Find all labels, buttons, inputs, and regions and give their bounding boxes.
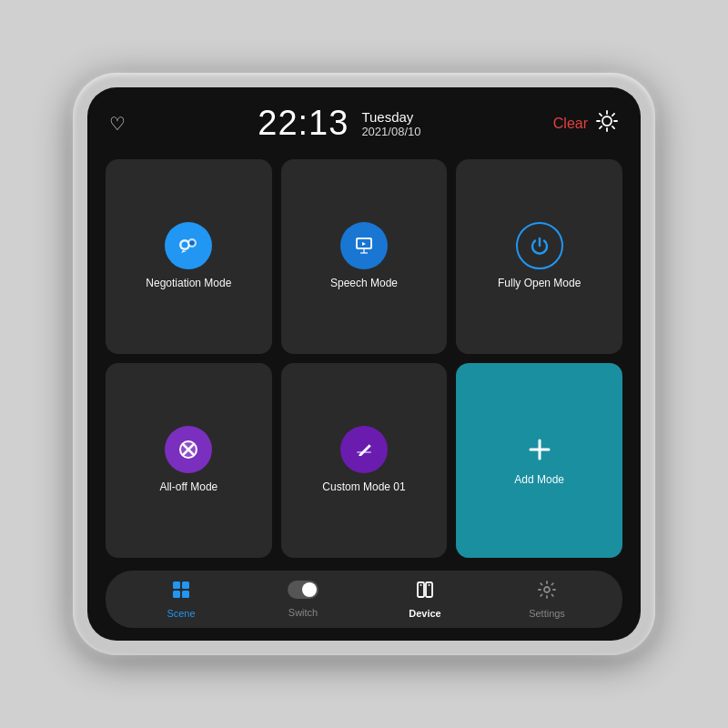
svg-point-11: [182, 242, 188, 248]
add-mode-label: Add Mode: [514, 473, 564, 488]
speech-mode-label: Speech Mode: [330, 277, 398, 291]
svg-line-8: [600, 126, 602, 127]
nav-switch[interactable]: Switch: [276, 581, 330, 618]
weather-label: Clear: [553, 116, 588, 132]
time-block: 22:13 Tuesday 2021/08/10: [258, 104, 420, 143]
plus-icon: [523, 433, 556, 466]
device-outer: ♡ 22:13 Tuesday 2021/08/10 Clear: [73, 73, 655, 655]
header: ♡ 22:13 Tuesday 2021/08/10 Clear: [106, 104, 622, 143]
edit-icon-bg: [340, 426, 388, 473]
day-display: Tuesday: [361, 109, 413, 125]
nav-settings[interactable]: Settings: [520, 580, 574, 619]
speech-mode-button[interactable]: Speech Mode: [281, 159, 448, 354]
close-icon-bg: [165, 426, 212, 473]
heart-icon: ♡: [109, 115, 126, 133]
svg-point-33: [544, 587, 550, 592]
date-block: Tuesday 2021/08/10: [361, 109, 420, 138]
edit-icon: [351, 437, 377, 462]
custom-mode-button[interactable]: Custom Mode 01: [281, 363, 448, 558]
svg-point-0: [602, 116, 612, 126]
bottom-nav: Scene Switch: [106, 571, 622, 628]
fully-open-mode-label: Fully Open Mode: [498, 277, 581, 291]
grid-icon: [171, 580, 191, 604]
date-display: 2021/08/10: [361, 125, 420, 138]
negotiation-icon-bg: [165, 222, 212, 269]
svg-point-12: [190, 240, 196, 246]
svg-line-5: [600, 113, 602, 115]
svg-rect-25: [173, 581, 180, 589]
nav-scene[interactable]: Scene: [154, 580, 208, 619]
chat-icon: [176, 233, 201, 258]
custom-mode-label: Custom Mode 01: [322, 480, 405, 495]
scene-label: Scene: [167, 608, 195, 619]
svg-rect-28: [182, 591, 189, 598]
presentation-icon: [351, 233, 377, 258]
add-mode-button[interactable]: Add Mode: [456, 363, 622, 558]
svg-rect-27: [173, 591, 180, 598]
settings-label: Settings: [529, 608, 565, 619]
gear-icon: [537, 580, 557, 604]
svg-line-7: [612, 113, 614, 115]
fully-open-mode-button[interactable]: Fully Open Mode: [456, 159, 622, 354]
sun-icon: [595, 109, 619, 138]
power-icon-bg: [516, 222, 563, 269]
svg-line-6: [612, 126, 614, 127]
device-screen: ♡ 22:13 Tuesday 2021/08/10 Clear: [87, 87, 641, 641]
all-off-mode-button[interactable]: All-off Mode: [106, 363, 272, 558]
weather-block: Clear: [553, 109, 619, 138]
toggle-icon: [288, 581, 318, 603]
negotiation-mode-button[interactable]: Negotiation Mode: [106, 159, 272, 354]
negotiation-mode-label: Negotiation Mode: [146, 277, 231, 291]
time-display: 22:13: [258, 104, 349, 143]
speech-icon-bg: [340, 222, 388, 269]
all-off-mode-label: All-off Mode: [159, 480, 217, 495]
switch-label: Switch: [288, 607, 318, 618]
close-icon: [176, 437, 201, 462]
svg-rect-26: [182, 581, 189, 589]
nav-device[interactable]: Device: [398, 580, 452, 619]
device-label: Device: [409, 608, 440, 619]
device-icon: [415, 580, 435, 604]
power-icon: [527, 233, 552, 258]
mode-grid: Negotiation Mode Speech Mode: [106, 159, 622, 558]
